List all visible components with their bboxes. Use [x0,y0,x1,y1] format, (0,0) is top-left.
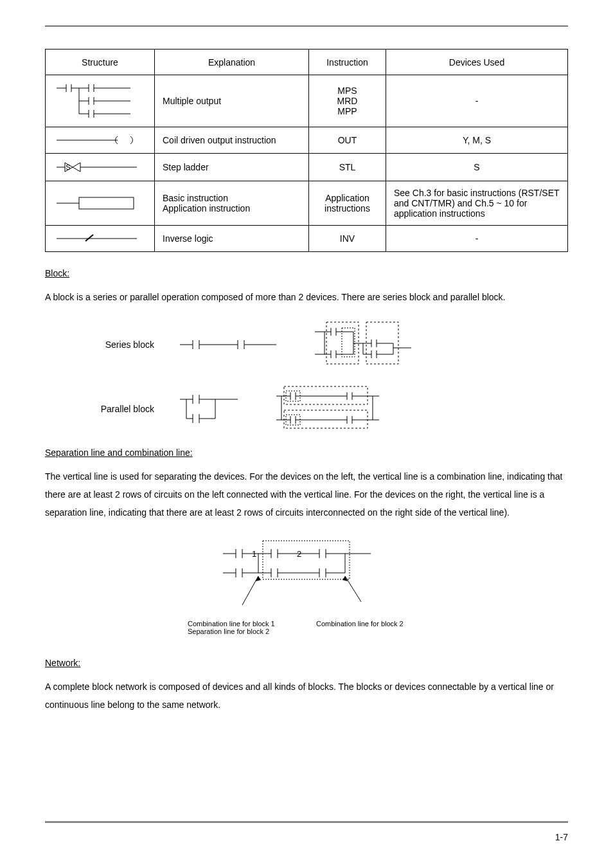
network-title: Network: [45,658,568,668]
sep-label-left: Combination line for block 1 Separation … [188,620,297,635]
block-title: Block: [45,268,568,278]
svg-line-112 [345,576,361,602]
svg-rect-87 [263,541,350,579]
sep-label-right: Combination line for block 2 [316,620,425,635]
instruction-table: Structure Explanation Instruction Device… [45,49,568,252]
basic-instruction-icon [53,195,143,211]
svg-marker-111 [256,576,261,581]
block-num-2: 2 [297,549,301,559]
table-row: Inverse logic INV - [46,226,568,252]
page-number: 1-7 [555,832,568,842]
svg-line-110 [242,576,258,605]
series-block-dashed-icon [315,319,411,370]
separation-diagram-icon: 1 2 [223,538,390,615]
parallel-block-label: Parallel block [45,404,161,414]
parallel-block-dashed-icon [276,383,379,435]
svg-rect-67 [284,386,368,404]
network-text: A complete block network is composed of … [45,678,568,714]
coil-output-icon [53,134,143,147]
block-text: A block is a series or parallel operatio… [45,288,568,306]
multiple-output-icon [53,82,143,120]
separation-text: The vertical line is used for separating… [45,467,568,521]
svg-text:S: S [66,163,70,171]
th-devices: Devices Used [386,50,568,75]
svg-line-23 [85,235,93,241]
svg-rect-44 [342,328,355,357]
series-block-simple-icon [180,335,276,354]
svg-rect-68 [284,410,368,428]
parallel-block-simple-icon [180,390,238,428]
series-block-label: Series block [45,339,161,350]
table-row: Multiple output MPS MRD MPP - [46,75,568,127]
separation-title: Separation line and combination line: [45,448,568,458]
svg-rect-21 [79,197,134,209]
inverse-logic-icon [53,232,143,245]
th-structure: Structure [46,50,155,75]
table-row: Basic instruction Application instructio… [46,181,568,226]
th-instruction: Instruction [309,50,386,75]
step-ladder-icon: S [53,160,143,174]
block-num-1: 1 [252,549,256,559]
table-row: S Step ladder STL S [46,154,568,181]
table-row: Coil driven output instruction OUT Y, M,… [46,127,568,154]
th-explanation: Explanation [155,50,309,75]
